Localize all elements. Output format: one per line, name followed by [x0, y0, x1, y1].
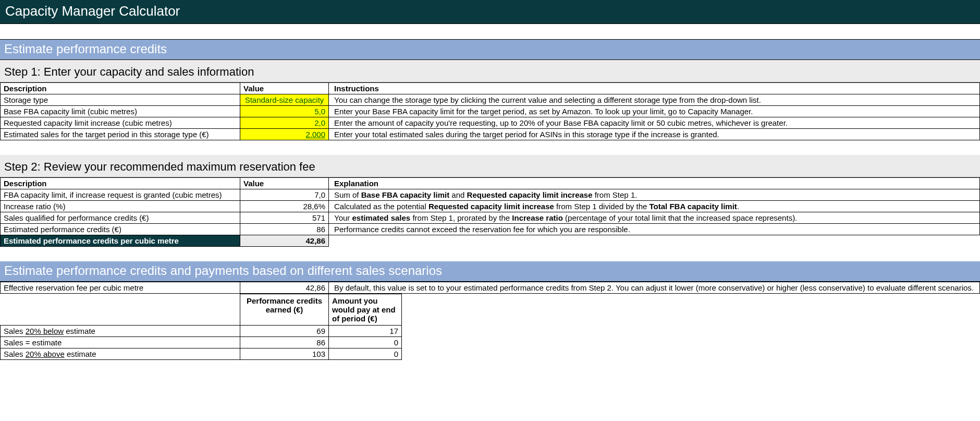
row-value: 86 — [240, 224, 329, 235]
scenario-label: Sales = estimate — [1, 337, 240, 348]
scenario-credits: 86 — [240, 337, 329, 348]
spacer — [0, 24, 980, 40]
row-instruction: Enter the amount of capacity you're requ… — [329, 117, 980, 129]
scenario-table: Effective reservation fee per cubic metr… — [0, 282, 980, 294]
col-amount: Amount you would pay at end of period (€… — [329, 294, 402, 326]
scenario-amount: 0 — [329, 348, 402, 360]
row-description: Storage type — [1, 94, 240, 106]
row-description: Estimated sales for the target period in… — [1, 129, 240, 140]
summary-value: 42,86 — [240, 235, 329, 247]
empty — [402, 326, 980, 337]
row-instruction: You can change the storage type by click… — [329, 94, 980, 106]
empty-header — [1, 294, 240, 326]
row-explanation: Calculated as the potential Requested ca… — [329, 201, 980, 212]
summary-label: Estimated performance credits per cubic … — [1, 235, 240, 247]
scenario-credits: 103 — [240, 348, 329, 360]
col-value: Value — [240, 178, 329, 189]
scenario-amount: 17 — [329, 326, 402, 337]
row-value-input[interactable]: 2,0 — [240, 117, 329, 129]
section-header-1: Estimate performance credits — [0, 40, 980, 60]
row-explanation: Your estimated sales from Step 1, prorat… — [329, 212, 980, 224]
col-instructions: Instructions — [329, 83, 980, 94]
scenario-detail-table: Performance credits earned (€) Amount yo… — [0, 294, 980, 360]
row-value-input[interactable]: Standard-size capacity — [240, 94, 329, 106]
row-value: 7,0 — [240, 189, 329, 201]
step1-table: Description Value Instructions Storage t… — [0, 82, 980, 140]
section-header-2: Estimate performance credits and payment… — [0, 261, 980, 282]
row-instruction: Enter your total estimated sales during … — [329, 129, 980, 140]
col-explanation: Explanation — [329, 178, 980, 189]
empty — [402, 337, 980, 348]
row-value: 571 — [240, 212, 329, 224]
eff-fee-instr: By default, this value is set to to your… — [329, 282, 980, 294]
empty — [402, 348, 980, 360]
eff-fee-label: Effective reservation fee per cubic metr… — [1, 282, 240, 294]
scenario-label: Sales 20% above estimate — [1, 348, 240, 360]
empty-header — [402, 294, 980, 326]
scenario-amount: 0 — [329, 337, 402, 348]
scenario-credits: 69 — [240, 326, 329, 337]
col-description: Description — [1, 178, 240, 189]
row-explanation: Performance credits cannot exceed the re… — [329, 224, 980, 235]
empty — [329, 235, 980, 247]
row-explanation: Sum of Base FBA capacity limit and Reque… — [329, 189, 980, 201]
row-description: FBA capacity limit, if increase request … — [1, 189, 240, 201]
row-instruction: Enter your Base FBA capacity limit for t… — [329, 106, 980, 117]
row-description: Base FBA capacity limit (cubic metres) — [1, 106, 240, 117]
col-credits: Performance credits earned (€) — [240, 294, 329, 326]
row-description: Requested capacity limit increase (cubic… — [1, 117, 240, 129]
step2-table: Description Value Explanation FBA capaci… — [0, 177, 980, 247]
scenario-label: Sales 20% below estimate — [1, 326, 240, 337]
row-description: Estimated performance credits (€) — [1, 224, 240, 235]
row-value-input[interactable]: 5,0 — [240, 106, 329, 117]
row-value-input[interactable]: 2.000 — [240, 129, 329, 140]
page-title: Capacity Manager Calculator — [5, 3, 245, 19]
col-value: Value — [240, 83, 329, 94]
col-description: Description — [1, 83, 240, 94]
eff-fee-value[interactable]: 42,86 — [240, 282, 329, 294]
title-bar: Capacity Manager Calculator — [0, 0, 980, 24]
row-description: Increase ratio (%) — [1, 201, 240, 212]
row-value: 28,6% — [240, 201, 329, 212]
step1-header: Step 1: Enter your capacity and sales in… — [0, 60, 980, 82]
step2-header: Step 2: Review your recommended maximum … — [0, 155, 980, 177]
row-description: Sales qualified for performance credits … — [1, 212, 240, 224]
